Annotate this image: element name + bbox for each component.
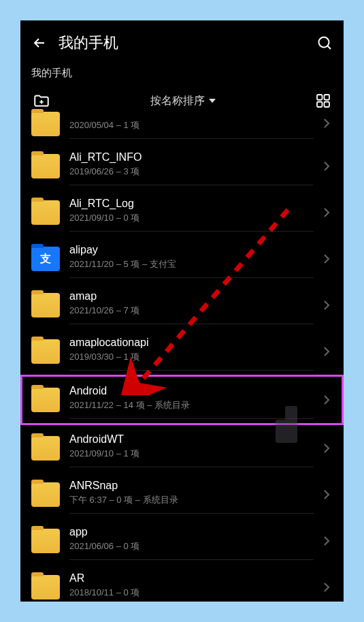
chevron-right-icon [323,443,330,454]
folder-icon [31,529,60,553]
folder-icon [31,575,60,600]
breadcrumb[interactable]: 我的手机 [20,61,344,92]
file-info: amaplocationapi2019/03/30 – 1 项 [69,332,314,371]
chevron-right-icon [323,582,330,593]
search-button[interactable] [316,35,333,51]
chevron-right-icon [323,394,330,405]
file-item[interactable]: amap2021/10/26 – 7 项 [29,282,335,328]
file-meta: 下午 6:37 – 0 项 – 系统目录 [69,494,314,506]
file-meta: 2019/06/26 – 3 项 [69,166,314,178]
file-meta: 2021/09/10 – 1 项 [69,448,314,460]
file-info: AR2018/10/11 – 0 项 [69,568,314,602]
file-item[interactable]: Ali_RTC_Log2021/09/10 – 0 项 [29,189,335,236]
folder-icon [31,388,60,412]
sort-control[interactable]: 按名称排序 [150,94,216,108]
file-item[interactable]: amaplocationapi2019/03/30 – 1 项 [29,328,335,375]
svg-rect-3 [317,102,322,108]
file-name: app [69,526,314,538]
watermark-icon [276,406,297,443]
file-item[interactable]: AR2018/10/11 – 0 项 [29,564,335,602]
chevron-right-icon [323,161,330,172]
file-name: Ali_RTC_Log [69,198,314,210]
file-item[interactable]: ANRSnap下午 6:37 – 0 项 – 系统目录 [29,471,335,518]
svg-point-0 [319,37,329,48]
file-name: AR [69,572,314,585]
svg-rect-4 [325,102,330,108]
sort-label: 按名称排序 [150,94,205,108]
folder-icon [31,436,60,461]
new-folder-button[interactable] [33,92,50,110]
folder-icon [31,339,60,364]
folder-icon [31,293,60,317]
file-name: Android [69,385,314,397]
file-list[interactable]: 2020/05/04 – 1 项Ali_RTC_INFO2019/06/26 –… [20,119,344,602]
file-info: alipay2021/11/20 – 5 项 – 支付宝 [69,240,314,278]
new-folder-icon [33,92,50,110]
file-meta: 2020/05/04 – 1 项 [69,119,314,131]
file-info: 2020/05/04 – 1 项 [69,119,314,139]
page-title: 我的手机 [59,33,305,53]
file-name: amaplocationapi [69,337,314,349]
svg-rect-2 [325,95,330,100]
chevron-right-icon [323,489,330,500]
file-name: alipay [69,244,314,256]
file-meta: 2021/09/10 – 0 项 [69,212,314,224]
file-meta: 2021/11/20 – 5 项 – 支付宝 [69,258,314,270]
phone-screen: 我的手机 我的手机 按名称排序 2 [20,20,344,602]
file-info: ANRSnap下午 6:37 – 0 项 – 系统目录 [69,476,314,514]
chevron-down-icon [209,99,216,103]
file-item[interactable]: 2020/05/04 – 1 项 [29,119,335,143]
view-toggle-button[interactable] [315,93,331,109]
chevron-right-icon [323,253,330,264]
file-item[interactable]: Ali_RTC_INFO2019/06/26 – 3 项 [29,143,335,189]
chevron-right-icon [323,535,330,546]
chevron-right-icon [323,300,330,311]
svg-rect-1 [317,95,322,100]
file-info: Ali_RTC_Log2021/09/10 – 0 项 [69,193,314,232]
back-button[interactable] [31,35,48,51]
header: 我的手机 [20,20,344,61]
chevron-right-icon [323,118,330,129]
file-meta: 2019/03/30 – 1 项 [69,351,314,363]
chevron-right-icon [323,207,330,218]
file-item[interactable]: app2021/06/06 – 0 项 [29,518,335,564]
folder-icon [31,112,60,136]
file-info: amap2021/10/26 – 7 项 [69,286,314,324]
grid-view-icon [315,93,331,109]
file-meta: 2021/10/26 – 7 项 [69,305,314,317]
folder-icon [31,482,60,507]
file-meta: 2021/06/06 – 0 项 [69,540,314,553]
file-name: Ali_RTC_INFO [69,151,314,164]
file-name: amap [69,290,314,302]
file-info: app2021/06/06 – 0 项 [69,522,314,560]
file-info: Ali_RTC_INFO2019/06/26 – 3 项 [69,147,314,185]
chevron-right-icon [323,346,330,357]
folder-icon [31,200,60,225]
alipay-folder-icon: 支 [31,247,60,271]
file-meta: 2018/10/11 – 0 项 [69,587,314,599]
folder-icon [31,154,60,178]
file-item[interactable]: 支alipay2021/11/20 – 5 项 – 支付宝 [29,236,335,282]
file-name: ANRSnap [69,480,314,492]
toolbar: 按名称排序 [20,92,344,119]
back-arrow-icon [31,35,48,51]
search-icon [316,35,333,51]
